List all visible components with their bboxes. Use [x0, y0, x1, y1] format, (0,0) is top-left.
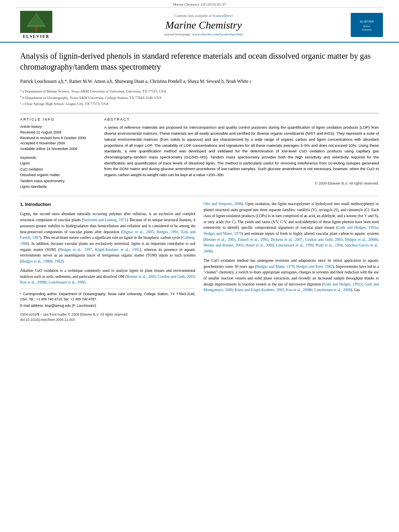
cite-hedges1997[interactable]: Hedges et al., 1997	[60, 248, 92, 252]
keyword-2: CuO oxidation	[20, 166, 95, 172]
cite-gordon2003b[interactable]: Gordon and Goñi, 2003	[305, 238, 343, 242]
doi-line: doi:10.1016/j.marchem.2009.11.003	[20, 317, 195, 322]
intro-section-title: 1. Introduction	[20, 201, 195, 208]
svg-text:Chemistry: Chemistry	[362, 29, 372, 31]
cite-louchouarn1999[interactable]: Louchouarn et al., 1999	[276, 243, 313, 247]
abstract-text: A series of reference materials are prop…	[104, 125, 379, 178]
cite-kuo2008[interactable]: Kuo et al., 2008b	[20, 280, 47, 284]
main-content: Analysis of lignin-derived phenols in st…	[0, 43, 399, 331]
cite-hedges1979b[interactable]: Hedges and Mann, 1979	[256, 265, 294, 269]
cite-hedges1979[interactable]: Hedges and Mann, 1979	[204, 232, 242, 236]
elsevier-logo: ELSEVIER	[16, 11, 56, 39]
cite-goni1992a[interactable]: Goñi and Hedges, 1992a	[337, 226, 378, 230]
affiliation-b: b b Department of Oceanography, Texas A&…	[20, 94, 379, 101]
keywords-section: Keywords: Lignin CuO oxidation Dissolved…	[20, 156, 95, 189]
journal-homepage-line: journal homepage: www.elsevier.com/locat…	[64, 32, 343, 36]
body-col-left: 1. Introduction Lignin, the second most …	[20, 201, 195, 322]
abstract-header: ABSTRACT	[104, 117, 379, 121]
keyword-4: Tandem mass spectrometry	[20, 178, 95, 184]
cite-hedges1982[interactable]: Hedges and Ertel, 1982	[296, 265, 333, 269]
journal-bar: Marine Chemistry 118 (2010) 85–97	[16, 0, 383, 8]
cite-benner2005[interactable]: Benner et al., 2005	[127, 275, 156, 279]
affiliation-c: c c Clear Springs High School, League Ci…	[20, 101, 379, 107]
keyword-3: Dissolved organic matter	[20, 172, 95, 178]
cite-houel[interactable]: Houel et al., 2006	[245, 243, 274, 247]
keyword-1: Lignin	[20, 160, 95, 166]
cite-kiem[interactable]: Kiem and Kögel-Knabner, 2003	[235, 288, 284, 292]
page: Marine Chemistry 118 (2010) 85–97 ELSEVI…	[0, 0, 399, 532]
homepage-url[interactable]: www.elsevier.com/locate/marchem	[192, 32, 243, 36]
cite-goni1992b[interactable]: Goñi and Hedges, 1992a	[323, 282, 362, 286]
body-section: 1. Introduction Lignin, the second most …	[20, 196, 379, 322]
journal-title: Marine Chemistry	[64, 19, 343, 31]
footnote-email: E-mail address: loup@tamug.edu (P. Louch…	[20, 303, 195, 308]
cite-dalzell[interactable]: Dalzell et al., 2005	[238, 238, 268, 242]
accepted-date: Accepted 6 November 2009	[20, 141, 95, 146]
svg-rect-1	[35, 26, 38, 32]
cite-sarkanen[interactable]: Sarkanen and Ludwig, 1971	[83, 218, 127, 222]
cite-louchouarn2000[interactable]: Louchouarn et al., 2000	[49, 280, 85, 284]
cite-dickens[interactable]: Dickens et al., 2007	[271, 238, 302, 242]
received-revised-date: Received in revised form 8 October 2009	[20, 136, 95, 141]
cite-hedges2000b[interactable]: Hedges et al., 2000b	[345, 238, 378, 242]
available-online-date: Available online 14 November 2009	[20, 146, 95, 152]
affiliations: a a Department of Marine Science, Texas …	[20, 88, 379, 107]
journal-citation: Marine Chemistry 118 (2010) 85–97	[173, 2, 226, 6]
cite-hedges1988[interactable]: Hedges et al., 1988b, 1982	[21, 259, 62, 263]
svg-text:ELSEVIER: ELSEVIER	[360, 20, 374, 23]
cite-kuo2008b[interactable]: Kuo et al., 2008b	[286, 288, 313, 292]
abstract-paragraph: A series of reference materials are prop…	[104, 125, 379, 178]
footnotes-section: * Corresponding author. Department of Oc…	[20, 289, 195, 308]
cite-dignac[interactable]: Dignac et al., 2005	[122, 230, 154, 234]
header-area: ELSEVIER Contents lists available at Sci…	[0, 8, 399, 43]
keyword-5: Lignin standards	[20, 184, 95, 189]
issn-line: 0304-4203/$ – see front matter © 2009 El…	[20, 312, 195, 317]
keywords-label: Keywords:	[20, 156, 95, 160]
cite-benner2005b[interactable]: Benner et al., 2005	[205, 238, 235, 242]
cite-hernes[interactable]: Hernes and Benner, 2003	[204, 243, 243, 247]
body-col-right: Otto and Simpson, 2006). Upon oxidation,…	[204, 201, 379, 322]
intro-para-4: The CuO oxidation method has undergone r…	[204, 258, 379, 293]
article-info-header: ARTICLE INFO	[20, 117, 95, 121]
copyright-line: © 2009 Elsevier B.V. All rights reserved…	[104, 181, 379, 185]
elsevier-tree-image	[20, 11, 52, 33]
bottom-info: 0304-4203/$ – see front matter © 2009 El…	[20, 312, 195, 322]
article-info-abstract-section: ARTICLE INFO Article history: Received 2…	[20, 113, 379, 189]
journal-badge: ELSEVIER Marine Chemistry	[351, 13, 383, 37]
cite-otto[interactable]: Otto and Simpson, 2006	[204, 202, 242, 206]
sciencedirect-link[interactable]: ScienceDirect	[212, 14, 232, 18]
article-title: Analysis of lignin-derived phenols in st…	[20, 51, 379, 72]
intro-para-1: Lignin, the second most abundant natural…	[20, 211, 195, 264]
cite-louchouarn2000b[interactable]: Louchouarn et al., 2000	[315, 288, 351, 292]
cite-prahl[interactable]: Prahl et al., 1994	[316, 243, 343, 247]
history-label: Article history:	[20, 125, 95, 129]
article-history-group: Article history: Received 21 August 2009…	[20, 125, 95, 152]
cite-hedges1991[interactable]: Hedges, 1991	[156, 230, 178, 234]
received-date: Received 21 August 2009	[20, 130, 95, 136]
svg-text:Marine: Marine	[364, 25, 370, 27]
intro-para-3: Otto and Simpson, 2006). Upon oxidation,…	[204, 201, 379, 254]
cite-gordon2003[interactable]: Gordon and Goñi, 2003	[158, 275, 195, 279]
elsevier-wordmark: ELSEVIER	[23, 34, 50, 39]
intro-para-2: Alkaline CuO oxidation is a technique co…	[20, 268, 195, 286]
authors-line: Patrick Louchouarn a,b,*, Rainer M.W. Am…	[20, 78, 379, 85]
contents-available-line: Contents lists available at ScienceDirec…	[64, 14, 343, 18]
header-center: Contents lists available at ScienceDirec…	[56, 14, 351, 36]
abstract-column: ABSTRACT A series of reference materials…	[104, 117, 379, 189]
article-info-column: ARTICLE INFO Article history: Received 2…	[20, 117, 95, 189]
cite-kogel[interactable]: Kögel-Knabner et al., 1991	[95, 248, 140, 252]
footnote-corresponding: * Corresponding author. Department of Oc…	[20, 292, 195, 302]
affiliation-a: a a Department of Marine Science, Texas …	[20, 88, 379, 94]
cite-colberg[interactable]: Colberg, 1988	[20, 236, 195, 246]
